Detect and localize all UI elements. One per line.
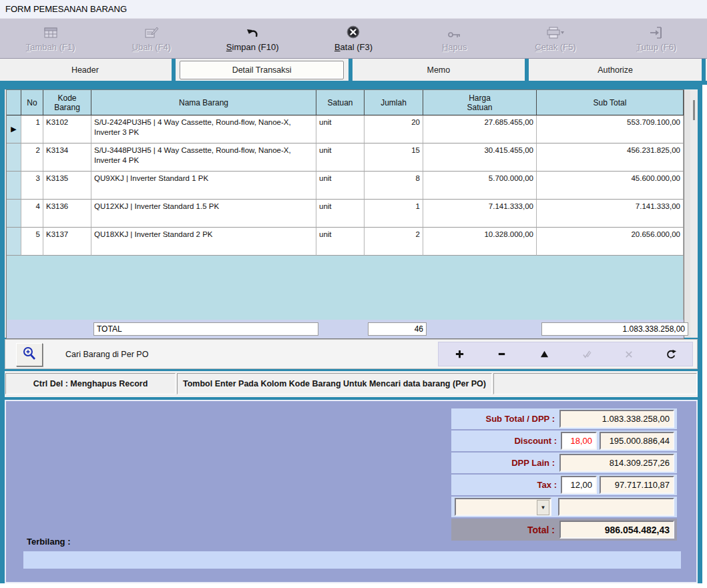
cell-kode[interactable]: K3136	[43, 200, 91, 228]
items-grid: No Kode Barang Nama Barang Satuan Jumlah…	[6, 89, 684, 339]
cell-nama[interactable]: QU12XKJ | Inverter Standard 1.5 PK	[91, 200, 316, 228]
extra-charge-dropdown[interactable]: ▼	[455, 498, 551, 516]
row-indicator	[7, 200, 21, 228]
cell-subtotal[interactable]: 456.231.825,00	[537, 143, 684, 172]
insert-record-button[interactable]	[439, 342, 481, 366]
cell-no[interactable]: 5	[21, 228, 43, 256]
dpp-lain-label: DPP Lain :	[451, 453, 555, 473]
cell-harga[interactable]: 10.328.000,00	[423, 228, 537, 256]
cell-subtotal[interactable]: 20.656.000,00	[537, 228, 684, 256]
cell-kode[interactable]: K3134	[43, 143, 91, 172]
refresh-button[interactable]	[650, 342, 692, 366]
cell-harga[interactable]: 30.415.455,00	[423, 143, 537, 172]
cell-satuan[interactable]: unit	[316, 200, 365, 228]
add-form-icon	[43, 25, 58, 39]
tax-amount-field: 97.717.110,87	[600, 476, 674, 494]
cetak-label: Cetak (F5)	[535, 42, 575, 52]
move-up-button[interactable]	[523, 342, 565, 366]
summary-panel: Sub Total / DPP : 1.083.338.258,00 Disco…	[5, 400, 698, 583]
cetak-button[interactable]: Cetak (F5)	[505, 19, 606, 58]
tab-detail-transaksi-face: Detail Transaksi	[180, 61, 344, 79]
discount-label: Discount :	[451, 430, 557, 451]
row-indicator	[7, 143, 21, 172]
tab-separator	[172, 59, 176, 81]
cell-no[interactable]: 1	[21, 115, 43, 143]
grand-total-row: Total : 986.054.482,43	[451, 519, 677, 541]
grid-area: No Kode Barang Nama Barang Satuan Jumlah…	[5, 89, 698, 338]
cell-kode[interactable]: K3135	[43, 172, 91, 200]
post-edit-button[interactable]	[565, 342, 608, 366]
dropdown-arrow-icon[interactable]: ▼	[537, 500, 549, 515]
tab-header[interactable]: Header	[0, 59, 170, 81]
hapus-button[interactable]: Hapus	[404, 19, 505, 58]
cell-harga[interactable]: 7.141.333,00	[423, 200, 537, 228]
col-header-sub-total: Sub Total	[537, 90, 684, 115]
cell-nama[interactable]: S/U-3448PU3H5 | 4 Way Cassette, Round-fl…	[91, 143, 316, 172]
search-bar: Cari Barang di Per PO	[5, 339, 698, 369]
simpan-label: Simpan (F10)	[226, 42, 279, 52]
cell-harga[interactable]: 27.685.455,00	[423, 115, 537, 143]
current-row-arrow-icon: ▶	[11, 124, 16, 133]
search-button[interactable]	[16, 343, 43, 366]
cell-satuan[interactable]: unit	[316, 228, 365, 256]
tab-separator	[348, 59, 352, 81]
x-icon	[624, 350, 634, 359]
tab-memo[interactable]: Memo	[354, 59, 524, 81]
total-label-box: TOTAL	[93, 322, 318, 336]
cell-jumlah[interactable]: 20	[365, 115, 423, 143]
scrollbar-thumb[interactable]	[693, 100, 695, 120]
cell-subtotal[interactable]: 45.600.000,00	[537, 172, 684, 200]
col-header-jumlah: Jumlah	[365, 90, 423, 115]
tab-separator	[702, 59, 706, 81]
cancel-edit-button[interactable]	[608, 342, 650, 366]
batal-button[interactable]: Batal (F3)	[303, 19, 404, 58]
tambah-label: Tambah (F1)	[26, 42, 75, 52]
cell-nama[interactable]: QU9XKJ | Inverter Standard 1 PK	[91, 172, 316, 200]
cell-jumlah[interactable]: 1	[365, 200, 423, 228]
cell-jumlah[interactable]: 15	[365, 143, 423, 172]
tab-detail-transaksi[interactable]: Detail Transaksi	[177, 59, 347, 81]
subtotal-dpp-field: 1.083.338.258,00	[559, 410, 674, 428]
tax-label: Tax :	[451, 475, 557, 495]
discount-amount-field: 195.000.886,44	[600, 432, 674, 450]
ubah-button[interactable]: Ubah (F4)	[101, 19, 202, 58]
tutup-button[interactable]: Tutup (F6)	[606, 19, 707, 58]
cell-satuan[interactable]: unit	[316, 143, 365, 172]
tab-bar: Header Detail Transaksi Memo Authorize	[0, 59, 707, 85]
cell-jumlah[interactable]: 2	[365, 228, 423, 256]
grid-vertical-scrollbar[interactable]	[690, 89, 698, 338]
tambah-button[interactable]: Tambah (F1)	[0, 19, 101, 58]
minus-icon	[497, 349, 507, 359]
terbilang-field	[23, 551, 681, 569]
cell-subtotal[interactable]: 553.709.100,00	[537, 115, 684, 143]
tax-percent-input[interactable]: 12,00	[561, 476, 597, 494]
search-caption: Cari Barang di Per PO	[65, 340, 148, 368]
grid-total-band: TOTAL 46 1.083.338.258,00	[7, 320, 684, 338]
terbilang-label: Terbilang :	[27, 537, 70, 547]
cell-nama[interactable]: S/U-2424PU3H5 | 4 Way Cassette, Round-fl…	[91, 115, 316, 143]
cell-no[interactable]: 4	[21, 200, 43, 228]
cell-satuan[interactable]: unit	[316, 172, 365, 200]
delete-record-button[interactable]	[481, 342, 523, 366]
cell-jumlah[interactable]: 8	[365, 172, 423, 200]
exit-icon	[650, 25, 663, 39]
cell-satuan[interactable]: unit	[316, 115, 365, 143]
save-undo-icon	[245, 25, 260, 39]
cell-kode[interactable]: K3102	[43, 115, 91, 143]
discount-percent-input[interactable]: 18,00	[561, 432, 597, 450]
status-hint-empty	[493, 373, 697, 394]
printer-icon	[546, 25, 565, 39]
cell-harga[interactable]: 5.700.000,00	[423, 172, 537, 200]
grid-empty-area	[7, 256, 684, 320]
cell-no[interactable]: 2	[21, 143, 43, 172]
tab-authorize[interactable]: Authorize	[530, 59, 700, 81]
dpp-lain-field: 814.309.257,26	[559, 454, 674, 472]
cell-no[interactable]: 3	[21, 172, 43, 200]
cell-nama[interactable]: QU18XKJ | Inverter Standard 2 PK	[91, 228, 316, 256]
simpan-button[interactable]: Simpan (F10)	[202, 19, 303, 58]
extra-charge-row: ▼	[451, 497, 677, 517]
magnifier-plus-icon	[22, 346, 37, 364]
cell-subtotal[interactable]: 7.141.333,00	[537, 200, 684, 228]
col-header-no: No	[21, 90, 43, 115]
cell-kode[interactable]: K3137	[43, 228, 91, 256]
